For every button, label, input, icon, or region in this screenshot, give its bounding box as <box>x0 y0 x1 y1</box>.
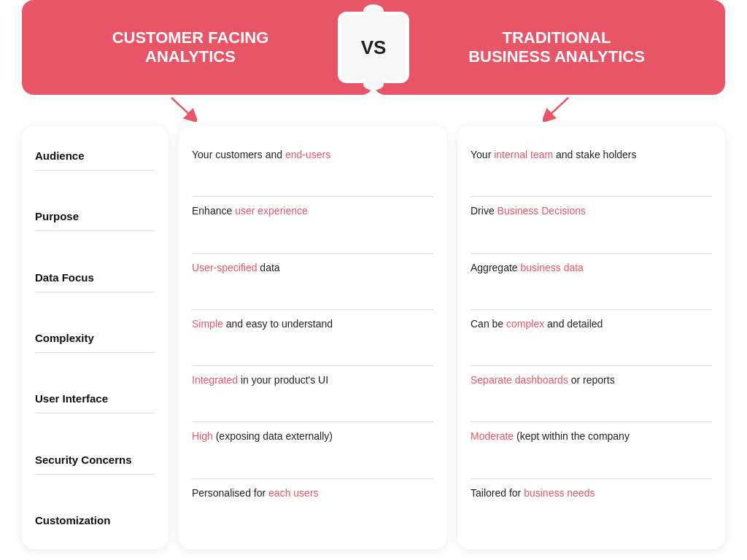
cf-data-focus: User-specified data <box>192 254 433 310</box>
traditional-header: TRADITIONAL BUSINESS ANALYTICS <box>374 0 725 95</box>
trad-data-focus-highlight: business data <box>521 262 584 273</box>
label-data-focus-text: Data Focus <box>35 271 94 284</box>
trad-purpose-text: Drive Business Decisions <box>471 204 586 218</box>
trad-ui-text: Separate dashboards or reports <box>471 373 615 387</box>
vs-text: VS <box>361 36 387 59</box>
cf-data-focus-highlight: User-specified <box>192 262 257 273</box>
right-arrow <box>543 96 572 122</box>
label-purpose: Purpose <box>35 201 155 231</box>
cf-complexity: Simple and easy to understand <box>192 310 433 366</box>
traditional-card: Your internal team and stake holders Dri… <box>457 126 725 549</box>
arrows-section <box>22 95 725 120</box>
cf-security-text: High (exposing data externally) <box>192 429 333 443</box>
cf-data-focus-text: User-specified data <box>192 261 280 275</box>
svg-line-0 <box>171 98 193 118</box>
trad-customization-text: Tailored for business needs <box>471 486 595 500</box>
svg-line-1 <box>546 98 568 118</box>
cf-ui-text: Integrated in your product's UI <box>192 373 328 387</box>
label-customization-text: Customization <box>35 514 110 526</box>
label-security: Security Concerns <box>35 445 155 475</box>
label-audience: Audience <box>35 141 155 171</box>
labels-card: Audience Purpose Data Focus Complexity U… <box>22 126 168 549</box>
cf-complexity-highlight: Simple <box>192 318 223 330</box>
trad-purpose: Drive Business Decisions <box>471 197 712 253</box>
cf-customization-text: Personalised for each users <box>192 486 319 500</box>
customer-facing-header: CUSTOMER FACING ANALYTICS <box>22 0 374 95</box>
cf-audience-highlight: end-users <box>285 149 330 160</box>
header-band: CUSTOMER FACING ANALYTICS VS TRADITIONAL… <box>22 0 725 95</box>
cf-customization: Personalised for each users <box>192 479 433 534</box>
label-data-focus: Data Focus <box>35 262 155 292</box>
cf-customization-highlight: each users <box>268 487 318 499</box>
trad-security-highlight: Moderate <box>471 430 514 442</box>
header: CUSTOMER FACING ANALYTICS VS TRADITIONAL… <box>22 0 725 95</box>
label-user-interface-text: User Interface <box>35 392 108 405</box>
trad-complexity: Can be complex and detailed <box>471 310 712 366</box>
trad-audience: Your internal team and stake holders <box>471 141 712 197</box>
cf-audience-text: Your customers and end-users <box>192 148 330 162</box>
cf-security-highlight: High <box>192 430 213 442</box>
trad-customization: Tailored for business needs <box>471 479 712 534</box>
traditional-title: TRADITIONAL BUSINESS ANALYTICS <box>468 28 645 67</box>
cf-complexity-text: Simple and easy to understand <box>192 317 333 331</box>
page-wrapper: CUSTOMER FACING ANALYTICS VS TRADITIONAL… <box>0 0 747 560</box>
label-user-interface: User Interface <box>35 384 155 413</box>
trad-security: Moderate (kept within the company <box>471 422 712 478</box>
main-content: Audience Purpose Data Focus Complexity U… <box>22 126 725 549</box>
trad-audience-text: Your internal team and stake holders <box>471 148 637 162</box>
vs-badge: VS <box>341 15 406 80</box>
left-arrow <box>168 96 197 122</box>
trad-user-interface: Separate dashboards or reports <box>471 366 712 422</box>
trad-complexity-text: Can be complex and detailed <box>471 317 603 331</box>
label-complexity-text: Complexity <box>35 332 94 344</box>
cf-purpose-highlight: user experience <box>235 205 308 217</box>
cf-security: High (exposing data externally) <box>192 422 433 478</box>
label-audience-text: Audience <box>35 149 85 162</box>
cf-audience: Your customers and end-users <box>192 141 433 197</box>
trad-purpose-highlight: Business Decisions <box>498 205 586 217</box>
label-purpose-text: Purpose <box>35 210 79 222</box>
customer-facing-title: CUSTOMER FACING ANALYTICS <box>112 28 269 67</box>
trad-ui-highlight: Separate dashboards <box>471 374 568 386</box>
label-customization: Customization <box>35 505 155 534</box>
trad-data-focus: Aggregate business data <box>471 254 712 310</box>
trad-customization-highlight: business needs <box>524 487 595 499</box>
trad-complexity-highlight: complex <box>506 318 544 330</box>
trad-data-focus-text: Aggregate business data <box>471 261 584 275</box>
trad-audience-highlight: internal team <box>494 149 553 160</box>
label-complexity: Complexity <box>35 323 155 353</box>
cf-purpose-text: Enhance user experience <box>192 204 308 218</box>
cf-user-interface: Integrated in your product's UI <box>192 366 433 422</box>
customer-facing-card: Your customers and end-users Enhance use… <box>179 126 446 549</box>
trad-security-text: Moderate (kept within the company <box>471 429 630 443</box>
cf-ui-highlight: Integrated <box>192 374 238 386</box>
cf-purpose: Enhance user experience <box>192 197 433 253</box>
label-security-text: Security Concerns <box>35 454 132 466</box>
